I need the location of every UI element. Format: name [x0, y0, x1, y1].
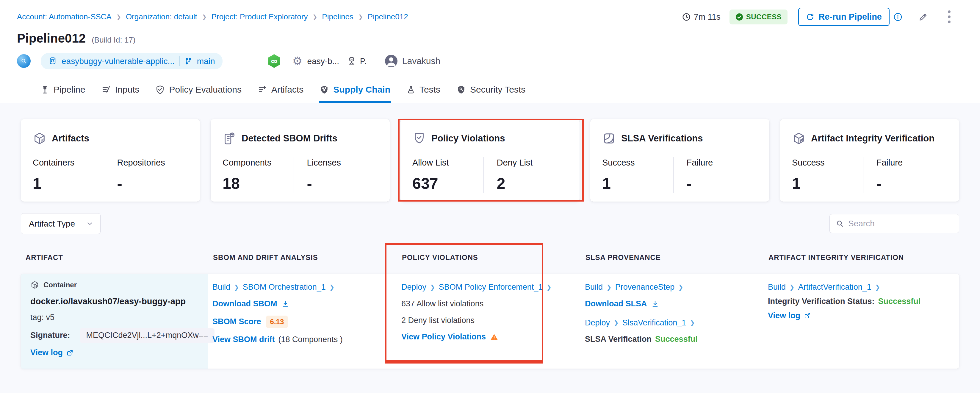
artifact-type: Container — [30, 280, 197, 289]
metric-containers: Containers 1 — [33, 157, 104, 193]
breadcrumb-pipelines[interactable]: Pipelines — [322, 12, 353, 22]
col-policy-violations: POLICY VIOLATIONS — [397, 253, 581, 262]
card-title: SLSA Verifications — [621, 133, 703, 144]
integrity-view-log-link[interactable]: View log — [768, 311, 952, 321]
slsa-status-value: Successful — [655, 334, 698, 345]
clock-icon — [682, 13, 691, 21]
page-header: Account: Automation-SSCA Organization: d… — [0, 0, 980, 76]
table-row: Container docker.io/lavakush07/easy-bugg… — [21, 274, 959, 369]
chevron-right-icon — [875, 283, 880, 291]
metric-slsa-failure: Failure - — [673, 157, 758, 193]
repo-name[interactable]: easybuggy-vulnerable-applic... — [62, 56, 175, 66]
breadcrumb-project[interactable]: Project: Product Exploratory — [212, 12, 308, 22]
artifact-view-log-link[interactable]: View log — [30, 348, 197, 358]
col-artifact: ARTIFACT — [21, 253, 208, 262]
edit-pencil-icon[interactable] — [918, 12, 928, 22]
policy-violations-cell: Deploy SBOM Policy Enforcement_1 637 All… — [397, 274, 581, 369]
step-link[interactable]: ProvenanceStep — [615, 282, 675, 292]
external-link-icon — [804, 312, 811, 319]
breadcrumb-account[interactable]: Account: Automation-SSCA — [17, 12, 111, 22]
info-icon[interactable] — [893, 12, 903, 22]
chevron-right-icon — [606, 283, 612, 291]
download-icon — [282, 300, 289, 308]
build-id: (Build Id: 17) — [92, 35, 135, 45]
triggered-by-user: Lavakush — [402, 55, 440, 67]
chevron-right-icon — [789, 283, 795, 291]
artifact-image-name: docker.io/lavakush07/easy-buggy-app — [30, 296, 197, 307]
breadcrumb-organization[interactable]: Organization: default — [126, 12, 197, 22]
download-sbom-link[interactable]: Download SBOM — [212, 299, 289, 309]
stage-link[interactable]: Deploy — [401, 282, 426, 292]
provenance-step-breadcrumb: Build ProvenanceStep — [585, 282, 757, 292]
drift-component-count: (18 Components ) — [278, 335, 343, 345]
search-box[interactable] — [829, 214, 959, 233]
artifact-cell: Container docker.io/lavakush07/easy-bugg… — [21, 274, 208, 369]
metric-deny-list: Deny List 2 — [484, 157, 568, 193]
trigger-pipeline-name: easy-b... — [307, 56, 339, 66]
integrity-status-value: Successful — [878, 297, 921, 307]
view-policy-violations-link[interactable]: View Policy Violations — [401, 332, 498, 342]
metric-components: Components 18 — [223, 157, 294, 193]
download-slsa-link[interactable]: Download SLSA — [585, 299, 659, 309]
breadcrumb: Account: Automation-SSCA Organization: d… — [17, 12, 408, 22]
breadcrumb-separator — [358, 13, 363, 21]
artifact-tag: tag: v5 — [30, 313, 197, 323]
metric-licenses: Licenses - — [294, 157, 378, 193]
breadcrumb-pipeline012[interactable]: Pipeline012 — [368, 12, 408, 22]
sbom-score-link[interactable]: SBOM Score — [212, 317, 261, 327]
tab-pipeline[interactable]: Pipeline — [40, 76, 86, 103]
breadcrumb-separator — [116, 13, 121, 21]
user-avatar — [385, 55, 398, 67]
chevron-right-icon — [614, 319, 619, 327]
chevron-right-icon — [690, 319, 695, 327]
stage-link[interactable]: Build — [212, 282, 230, 292]
chevron-right-icon — [678, 283, 683, 291]
search-input[interactable] — [848, 219, 956, 228]
card-title: Policy Violations — [431, 133, 505, 144]
pipeline-icon — [40, 85, 49, 94]
sbom-step-breadcrumb: Build SBOM Orchestration_1 — [212, 282, 390, 292]
breadcrumb-separator — [202, 13, 207, 21]
slsa-provenance-cell: Build ProvenanceStep Download SLSA Deplo… — [581, 274, 764, 369]
step-link[interactable]: SBOM Orchestration_1 — [243, 282, 326, 292]
tab-inputs[interactable]: Inputs — [101, 76, 140, 103]
pipeline-title: Pipeline012 — [17, 31, 86, 46]
card-artifacts: Artifacts Containers 1 Repositories - — [21, 119, 200, 201]
card-slsa-verifications: SLSA Verifications Success 1 Failure - — [590, 119, 769, 201]
sbom-score-badge: 6.13 — [266, 316, 288, 328]
tab-artifacts[interactable]: Artifacts — [257, 76, 304, 103]
flask-icon — [406, 85, 415, 94]
integrity-verification-status: Integrity Verification Status: Successfu… — [768, 297, 952, 307]
artifact-type-select[interactable]: Artifact Type — [21, 213, 100, 234]
execution-tabbar: Pipeline Inputs Policy Evaluations Artif… — [0, 76, 980, 103]
repository-icon — [48, 57, 57, 65]
harness-trigger-icon: ∞ — [267, 54, 281, 68]
status-badge: SUCCESS — [730, 10, 788, 24]
stage-link[interactable]: Deploy — [585, 318, 610, 328]
check-circle-icon — [735, 13, 743, 21]
branch-name[interactable]: main — [197, 56, 215, 66]
metric-repositories: Repositories - — [104, 157, 188, 193]
integrity-step-breadcrumb: Build ArtifactVerification_1 — [768, 282, 952, 292]
step-link[interactable]: SBOM Policy Enforcement_1 — [439, 282, 543, 292]
tab-policy-evaluations[interactable]: Policy Evaluations — [155, 76, 242, 103]
stage-link[interactable]: Build — [768, 282, 786, 292]
tab-security-tests[interactable]: Security Tests — [456, 76, 526, 103]
view-sbom-drift-link[interactable]: View SBOM drift — [212, 335, 275, 345]
rerun-pipeline-button[interactable]: Re-run Pipeline — [798, 8, 889, 26]
step-link[interactable]: ArtifactVerification_1 — [798, 282, 872, 292]
step-link[interactable]: SlsaVerification_1 — [622, 318, 686, 328]
download-icon — [651, 300, 659, 308]
tab-tests[interactable]: Tests — [406, 76, 441, 103]
tab-supply-chain[interactable]: Supply Chain — [319, 76, 391, 103]
stage-link[interactable]: Build — [585, 282, 603, 292]
repo-branch-pill[interactable]: easybuggy-vulnerable-applic... main — [41, 53, 223, 69]
artifact-integrity-cell: Build ArtifactVerification_1 Integrity V… — [764, 274, 959, 369]
code-repo-provider-icon — [17, 54, 31, 68]
stage-service-icon — [347, 56, 356, 66]
summary-cards: Artifacts Containers 1 Repositories - De… — [0, 103, 980, 201]
more-options-kebab-icon[interactable] — [947, 9, 952, 24]
signature-value: MEQCICde2Vjl...L+2+mqnOXw== — [80, 328, 215, 343]
chevron-down-icon — [86, 220, 94, 227]
breadcrumb-separator — [312, 13, 317, 21]
